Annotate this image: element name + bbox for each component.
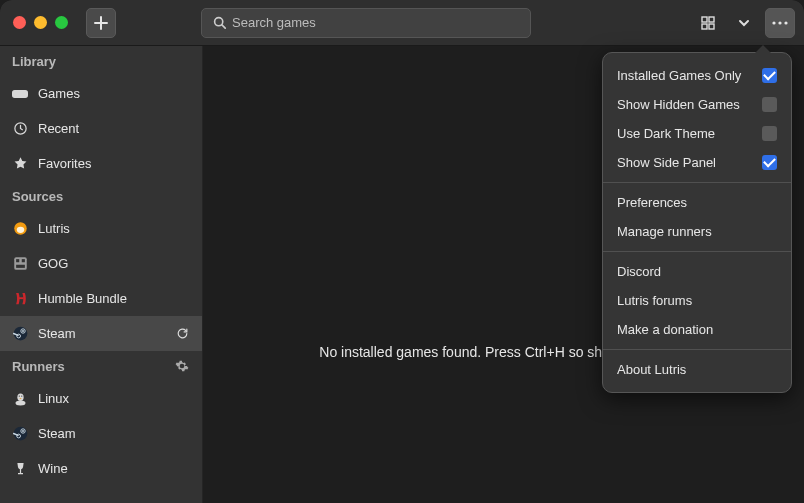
menu-item-manage-runners[interactable]: Manage runners <box>603 217 791 246</box>
linux-icon <box>12 391 28 407</box>
menu-item-label: Use Dark Theme <box>617 126 715 141</box>
search-icon <box>211 15 227 31</box>
sidebar-item-label: Favorites <box>38 156 91 171</box>
main-menu-button[interactable] <box>765 8 795 38</box>
sidebar-item-recent[interactable]: Recent <box>0 111 202 146</box>
minimize-window-button[interactable] <box>34 16 47 29</box>
menu-toggle-show-hidden-games[interactable]: Show Hidden Games <box>603 90 791 119</box>
svg-rect-1 <box>702 17 707 22</box>
menu-item-about-lutris[interactable]: About Lutris <box>603 355 791 384</box>
svg-point-7 <box>784 21 787 24</box>
sidebar-item-label: GOG <box>38 256 68 271</box>
menu-item-preferences[interactable]: Preferences <box>603 188 791 217</box>
gear-icon[interactable] <box>174 358 190 374</box>
svg-rect-15 <box>17 297 23 299</box>
sidebar-item-steam[interactable]: Steam <box>0 316 202 351</box>
dots-icon <box>772 15 788 31</box>
menu-item-discord[interactable]: Discord <box>603 257 791 286</box>
menu-toggle-installed-games-only[interactable]: Installed Games Only <box>603 61 791 90</box>
checkbox-icon <box>762 68 777 83</box>
menu-item-label: Show Side Panel <box>617 155 716 170</box>
svg-point-23 <box>21 395 22 396</box>
svg-point-18 <box>22 330 24 332</box>
sidebar-item-label: Humble Bundle <box>38 291 127 306</box>
sidebar-item-label: Recent <box>38 121 79 136</box>
steam-icon <box>12 426 28 442</box>
main-menu-popover: Installed Games OnlyShow Hidden GamesUse… <box>602 52 792 393</box>
chevron-down-icon <box>736 15 752 31</box>
star-icon <box>12 156 28 172</box>
menu-toggle-show-side-panel[interactable]: Show Side Panel <box>603 148 791 177</box>
menu-separator <box>603 182 791 183</box>
add-game-button[interactable] <box>86 8 116 38</box>
sidebar-header-sources: Sources <box>0 181 202 211</box>
svg-point-6 <box>778 21 781 24</box>
maximize-window-button[interactable] <box>55 16 68 29</box>
sidebar-header-library: Library <box>0 46 202 76</box>
menu-toggle-use-dark-theme[interactable]: Use Dark Theme <box>603 119 791 148</box>
sidebar: Library GamesRecentFavorites Sources Lut… <box>0 46 203 503</box>
sidebar-item-favorites[interactable]: Favorites <box>0 146 202 181</box>
sidebar-header-label: Runners <box>12 359 65 374</box>
sidebar-header-label: Library <box>12 54 56 69</box>
sidebar-item-steam[interactable]: Steam <box>0 416 202 451</box>
sidebar-header-runners: Runners <box>0 351 202 381</box>
svg-point-24 <box>13 427 27 441</box>
lutris-icon <box>12 221 28 237</box>
menu-item-label: About Lutris <box>617 362 686 377</box>
svg-point-20 <box>17 394 23 402</box>
menu-item-label: Manage runners <box>617 224 712 239</box>
svg-rect-12 <box>16 259 19 262</box>
menu-item-label: Discord <box>617 264 661 279</box>
menu-item-make-a-donation[interactable]: Make a donation <box>603 315 791 344</box>
menu-separator <box>603 251 791 252</box>
gog-icon <box>12 256 28 272</box>
sidebar-item-label: Lutris <box>38 221 70 236</box>
view-grid-button[interactable] <box>693 8 723 38</box>
svg-rect-13 <box>21 259 24 262</box>
search-input[interactable] <box>201 8 531 38</box>
svg-rect-14 <box>16 265 25 268</box>
svg-point-26 <box>22 430 24 432</box>
search-field <box>201 8 531 38</box>
close-window-button[interactable] <box>13 16 26 29</box>
sidebar-item-label: Steam <box>38 326 76 341</box>
sidebar-item-label: Games <box>38 86 80 101</box>
view-mode-dropdown[interactable] <box>729 8 759 38</box>
sidebar-item-lutris[interactable]: Lutris <box>0 211 202 246</box>
sidebar-item-label: Wine <box>38 461 68 476</box>
menu-item-label: Installed Games Only <box>617 68 741 83</box>
plus-icon <box>93 15 109 31</box>
clock-icon <box>12 121 28 137</box>
menu-item-label: Show Hidden Games <box>617 97 740 112</box>
steam-icon <box>12 326 28 342</box>
checkbox-icon <box>762 126 777 141</box>
menu-item-label: Make a donation <box>617 322 713 337</box>
sidebar-item-humble-bundle[interactable]: Humble Bundle <box>0 281 202 316</box>
svg-rect-4 <box>709 24 714 29</box>
sidebar-item-label: Steam <box>38 426 76 441</box>
checkbox-icon <box>762 155 777 170</box>
sidebar-item-label: Linux <box>38 391 69 406</box>
svg-point-10 <box>16 227 24 233</box>
svg-point-22 <box>18 395 19 396</box>
svg-rect-3 <box>702 24 707 29</box>
sidebar-item-wine[interactable]: Wine <box>0 451 202 486</box>
svg-rect-2 <box>709 17 714 22</box>
reload-icon[interactable] <box>174 326 190 342</box>
svg-point-5 <box>772 21 775 24</box>
sidebar-item-gog[interactable]: GOG <box>0 246 202 281</box>
svg-point-21 <box>15 400 25 405</box>
wine-icon <box>12 461 28 477</box>
menu-item-lutris-forums[interactable]: Lutris forums <box>603 286 791 315</box>
sidebar-item-games[interactable]: Games <box>0 76 202 111</box>
svg-point-16 <box>13 327 27 341</box>
window-controls <box>9 16 72 29</box>
grid-icon <box>700 15 716 31</box>
humble-icon <box>12 291 28 307</box>
menu-item-label: Preferences <box>617 195 687 210</box>
checkbox-icon <box>762 97 777 112</box>
headerbar <box>0 0 804 46</box>
sidebar-item-linux[interactable]: Linux <box>0 381 202 416</box>
gamepad-icon <box>12 86 28 102</box>
